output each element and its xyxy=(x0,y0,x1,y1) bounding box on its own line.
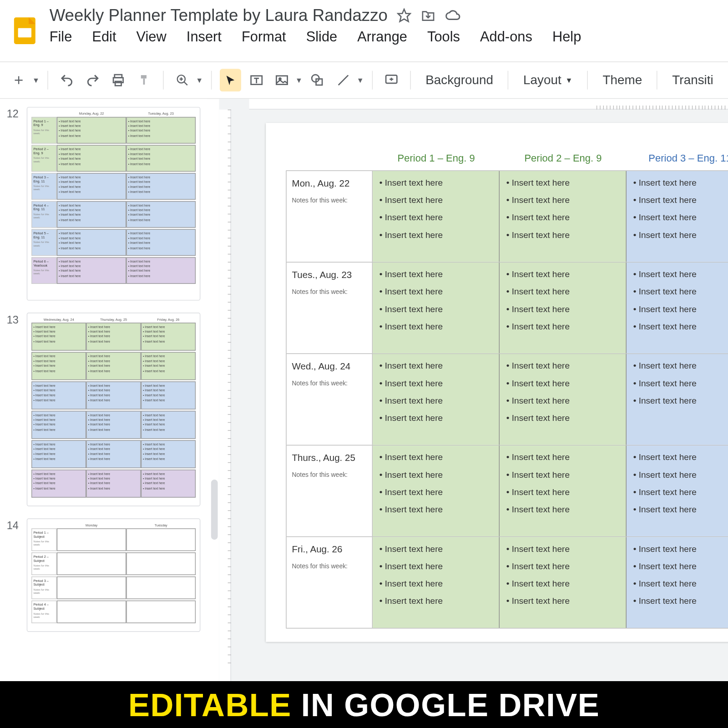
textbox-tool[interactable] xyxy=(245,69,267,91)
thumbnail-number: 12 xyxy=(7,107,27,120)
planner-cell[interactable]: • Insert text here• Insert text here• In… xyxy=(500,354,627,445)
ruler-vertical: document.write(Array.from({length:70}).m… xyxy=(219,110,231,682)
menu-edit[interactable]: Edit xyxy=(92,29,116,45)
planner-cell[interactable]: • Insert text here• Insert text here• In… xyxy=(373,263,500,354)
layout-button[interactable]: Layout▼ xyxy=(516,73,579,87)
promo-banner: EDITABLE IN GOOGLE DRIVE xyxy=(0,681,728,728)
menu-insert[interactable]: Insert xyxy=(187,29,222,45)
select-tool[interactable] xyxy=(220,69,242,91)
svg-line-11 xyxy=(184,82,187,85)
svg-rect-1 xyxy=(18,28,31,38)
image-tool[interactable] xyxy=(271,69,293,91)
period-header-2: Period 2 – Eng. 9 xyxy=(500,152,627,169)
day-label: Mon., Aug. 22Notes for this week: xyxy=(286,171,373,262)
planner-row: Thurs., Aug. 25Notes for this week:• Ins… xyxy=(286,445,728,536)
menu-help[interactable]: Help xyxy=(552,29,581,45)
day-label: Wed., Aug. 24Notes for this week: xyxy=(286,354,373,445)
planner-cell[interactable]: • Insert text here• Insert text here• In… xyxy=(373,354,500,445)
print-button[interactable] xyxy=(107,69,129,91)
background-button[interactable]: Background xyxy=(419,73,500,87)
menu-addons[interactable]: Add-ons xyxy=(480,29,532,45)
planner-cell[interactable]: • Insert text here• Insert text here• In… xyxy=(627,537,728,628)
menu-format[interactable]: Format xyxy=(242,29,286,45)
planner-cell[interactable]: • Insert text here• Insert text here• In… xyxy=(373,537,500,628)
svg-rect-8 xyxy=(141,75,146,78)
thumbnail-number: 14 xyxy=(7,518,27,531)
period-header-1: Period 1 – Eng. 9 xyxy=(373,152,500,169)
star-icon[interactable] xyxy=(397,8,411,22)
day-label: Tues., Aug. 23Notes for this week: xyxy=(286,263,373,354)
undo-button[interactable] xyxy=(56,69,78,91)
svg-line-21 xyxy=(338,75,348,85)
planner-row: Fri., Aug. 26Notes for this week:• Inser… xyxy=(286,536,728,629)
planner-cell[interactable]: • Insert text here• Insert text here• In… xyxy=(500,171,627,262)
planner-cell[interactable]: • Insert text here• Insert text here• In… xyxy=(373,171,500,262)
app-header: Weekly Planner Template by Laura Randazz… xyxy=(0,0,728,61)
paint-format-button[interactable] xyxy=(133,69,155,91)
planner-cell[interactable]: • Insert text here• Insert text here• In… xyxy=(500,263,627,354)
thumbnail-number: 13 xyxy=(7,313,27,326)
menu-file[interactable]: File xyxy=(50,29,72,45)
doc-title[interactable]: Weekly Planner Template by Laura Randazz… xyxy=(50,5,388,25)
menu-view[interactable]: View xyxy=(136,29,167,45)
planner-cell[interactable]: • Insert text here• Insert text here• In… xyxy=(500,537,627,628)
new-slide-dropdown[interactable]: ▼ xyxy=(32,76,40,84)
toolbar: ▼ ▼ ▼ ▼ Background Layout▼ Theme Transit… xyxy=(0,61,728,99)
slides-logo xyxy=(8,5,41,52)
comment-button[interactable] xyxy=(380,69,402,91)
transition-button[interactable]: Transiti xyxy=(666,73,720,87)
main-area: 12 Monday, Aug. 22Tuesday, Aug. 23 Perio… xyxy=(0,99,728,681)
zoom-dropdown[interactable]: ▼ xyxy=(196,76,203,84)
planner-row: Tues., Aug. 23Notes for this week:• Inse… xyxy=(286,262,728,353)
planner-cell[interactable]: • Insert text here• Insert text here• In… xyxy=(373,445,500,536)
image-dropdown[interactable]: ▼ xyxy=(295,76,303,84)
redo-button[interactable] xyxy=(82,69,104,91)
planner-cell[interactable]: • Insert text here• Insert text here• In… xyxy=(627,354,728,445)
menu-tools[interactable]: Tools xyxy=(427,29,460,45)
thumbnail-panel: 12 Monday, Aug. 22Tuesday, Aug. 23 Perio… xyxy=(0,99,207,681)
planner-cell[interactable]: • Insert text here• Insert text here• In… xyxy=(627,171,728,262)
line-dropdown[interactable]: ▼ xyxy=(357,76,364,84)
svg-rect-9 xyxy=(143,78,145,84)
svg-marker-2 xyxy=(398,9,410,21)
thumbnail-12[interactable]: 12 Monday, Aug. 22Tuesday, Aug. 23 Perio… xyxy=(0,107,207,301)
cloud-saved-icon[interactable] xyxy=(445,7,461,23)
day-label: Thurs., Aug. 25Notes for this week: xyxy=(286,445,373,536)
slide-canvas[interactable]: document.write(Array.from({length:40}).m… xyxy=(219,99,728,681)
menu-slide[interactable]: Slide xyxy=(306,29,338,45)
zoom-button[interactable] xyxy=(172,69,193,91)
planner-cell[interactable]: • Insert text here• Insert text here• In… xyxy=(500,445,627,536)
line-tool[interactable] xyxy=(332,69,354,91)
ruler-horizontal: document.write(Array.from({length:40}).m… xyxy=(249,99,728,109)
theme-button[interactable]: Theme xyxy=(596,73,649,87)
move-to-folder-icon[interactable] xyxy=(421,8,435,22)
thumbnail-14[interactable]: 14 MondayTuesday Period 1 – SubjectNotes… xyxy=(0,518,207,632)
menu-bar: File Edit View Insert Format Slide Arran… xyxy=(50,29,720,45)
thumbnail-13[interactable]: 13 Wednesday, Aug. 24Thursday, Aug. 25Fr… xyxy=(0,313,207,506)
planner-cell[interactable]: • Insert text here• Insert text here• In… xyxy=(627,445,728,536)
planner-row: Wed., Aug. 24Notes for this week:• Inser… xyxy=(286,354,728,445)
shape-tool[interactable] xyxy=(307,69,329,91)
menu-arrange[interactable]: Arrange xyxy=(357,29,407,45)
period-header-3: Period 3 – Eng. 11 xyxy=(627,152,728,169)
new-slide-button[interactable] xyxy=(8,69,30,91)
thumbnail-scrollbar[interactable] xyxy=(207,99,219,681)
day-label: Fri., Aug. 26Notes for this week: xyxy=(286,537,373,628)
planner-cell[interactable]: • Insert text here• Insert text here• In… xyxy=(627,263,728,354)
planner-row: Mon., Aug. 22Notes for this week:• Inser… xyxy=(286,170,728,262)
svg-rect-17 xyxy=(276,76,287,85)
slide-page[interactable]: Period 1 – Eng. 9 Period 2 – Eng. 9 Peri… xyxy=(266,123,728,642)
